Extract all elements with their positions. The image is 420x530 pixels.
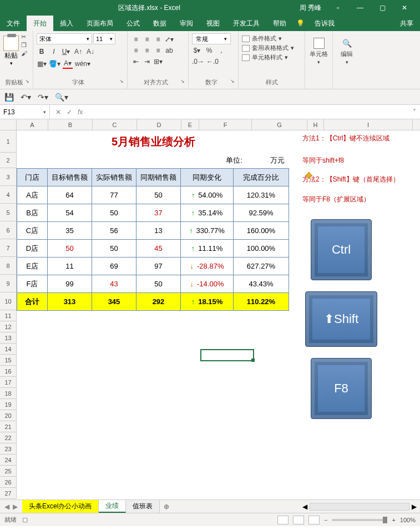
select-all-corner[interactable] bbox=[0, 119, 17, 130]
row-header-8[interactable]: 8 bbox=[0, 257, 16, 275]
increase-indent-button[interactable]: ⇥ bbox=[142, 57, 152, 67]
table-row[interactable]: B店54503735.14%92.59% bbox=[17, 204, 289, 222]
editing-button[interactable]: 🔍编辑▾ bbox=[336, 38, 357, 65]
zoom-level[interactable]: 100% bbox=[400, 517, 416, 523]
macro-record-icon[interactable]: ▢ bbox=[22, 516, 28, 523]
row-header-20[interactable]: 20 bbox=[0, 410, 16, 421]
row-header-9[interactable]: 9 bbox=[0, 275, 16, 292]
row-header-13[interactable]: 13 bbox=[0, 332, 16, 344]
table-cell[interactable]: 69 bbox=[92, 258, 136, 275]
row-header-11[interactable]: 11 bbox=[0, 310, 16, 321]
row-header-10[interactable]: 10 bbox=[0, 292, 16, 310]
expand-formula-bar-icon[interactable]: ˅ bbox=[409, 108, 420, 116]
align-middle-button[interactable]: ≡ bbox=[142, 34, 152, 44]
table-row[interactable]: D店50504511.11%100.00% bbox=[17, 240, 289, 258]
share-button[interactable]: 共享 bbox=[393, 16, 420, 31]
table-cell[interactable]: 292 bbox=[136, 293, 181, 311]
cancel-formula-icon[interactable]: ✕ bbox=[55, 108, 61, 116]
number-launcher-icon[interactable]: ↘ bbox=[230, 78, 235, 84]
table-cell[interactable]: 13 bbox=[136, 222, 181, 240]
hscroll-right-icon[interactable]: ▶ bbox=[412, 503, 417, 511]
name-box[interactable]: F13▾ bbox=[0, 105, 50, 119]
tab-insert[interactable]: 插入 bbox=[53, 16, 80, 31]
table-cell[interactable]: -28.87% bbox=[181, 258, 234, 275]
font-color-button[interactable]: A▾ bbox=[63, 59, 73, 69]
table-cell[interactable]: 99 bbox=[48, 275, 92, 293]
row-header-7[interactable]: 7 bbox=[0, 239, 16, 257]
row-header-12[interactable]: 12 bbox=[0, 321, 16, 332]
align-bottom-button[interactable]: ≡ bbox=[153, 34, 163, 44]
table-cell[interactable]: 627.27% bbox=[234, 258, 289, 275]
view-pagelayout-button[interactable] bbox=[293, 516, 304, 524]
decrease-decimal-button[interactable]: ←.0 bbox=[206, 57, 219, 67]
table-cell[interactable]: 160.00% bbox=[234, 222, 289, 240]
align-right-button[interactable]: ≡ bbox=[153, 46, 163, 55]
decrease-indent-button[interactable]: ⇤ bbox=[131, 57, 141, 67]
zoom-in-button[interactable]: + bbox=[392, 517, 395, 523]
font-name-select[interactable]: 宋体▾ bbox=[37, 33, 92, 44]
cell-styles-button[interactable]: 单元格样式▾ bbox=[242, 53, 301, 62]
table-cell[interactable]: 92.59% bbox=[234, 204, 289, 222]
table-cell[interactable]: 43 bbox=[92, 275, 136, 293]
table-cell[interactable]: 50 bbox=[136, 275, 181, 293]
note-method2[interactable]: 方法2：【Shift】键（首尾选择） bbox=[302, 175, 399, 184]
table-header[interactable]: 门店 bbox=[17, 169, 48, 186]
table-cell[interactable]: 43.43% bbox=[234, 275, 289, 293]
font-size-select[interactable]: 11▾ bbox=[93, 33, 115, 44]
table-cell[interactable]: 11.11% bbox=[181, 240, 234, 258]
user-name[interactable]: 周 秀峰 bbox=[300, 3, 321, 13]
cells-button[interactable]: 单元格▾ bbox=[308, 38, 329, 65]
table-cell[interactable]: 50 bbox=[92, 204, 136, 222]
tab-view[interactable]: 视图 bbox=[200, 16, 226, 31]
row-header-2[interactable]: 2 bbox=[0, 153, 16, 168]
table-header[interactable]: 同期销售额 bbox=[136, 169, 181, 186]
align-left-button[interactable]: ≡ bbox=[131, 46, 141, 55]
table-header[interactable]: 同期变化 bbox=[181, 169, 234, 186]
table-row[interactable]: F店994350-14.00%43.43% bbox=[17, 275, 289, 293]
table-cell[interactable]: 100.00% bbox=[234, 240, 289, 258]
spreadsheet-grid[interactable]: ABCDEFGHI 123456789101112131415161718192… bbox=[0, 119, 420, 499]
row-header-3[interactable]: 3 bbox=[0, 168, 16, 186]
save-button[interactable]: 💾 bbox=[4, 93, 14, 102]
tellme-icon[interactable]: 💡 bbox=[293, 16, 308, 31]
col-header-H[interactable]: H bbox=[307, 119, 324, 130]
table-cell[interactable]: 50 bbox=[136, 186, 181, 204]
align-top-button[interactable]: ≡ bbox=[131, 34, 141, 44]
col-header-E[interactable]: E bbox=[181, 119, 199, 130]
increase-font-button[interactable]: A↑ bbox=[73, 47, 83, 57]
row-header-14[interactable]: 14 bbox=[0, 344, 16, 355]
table-cell[interactable]: 77 bbox=[92, 186, 136, 204]
table-cell[interactable]: A店 bbox=[17, 186, 48, 204]
paste-button[interactable]: 粘贴▾ bbox=[3, 33, 19, 77]
accounting-button[interactable]: $▾ bbox=[192, 46, 202, 55]
col-header-B[interactable]: B bbox=[48, 119, 93, 130]
format-painter-button[interactable]: 🖌 bbox=[21, 50, 27, 57]
row-header-17[interactable]: 17 bbox=[0, 377, 16, 388]
table-cell[interactable]: 313 bbox=[48, 293, 92, 311]
underline-button[interactable]: U▾ bbox=[61, 47, 71, 57]
col-header-F[interactable]: F bbox=[199, 119, 252, 130]
unit-row[interactable]: 单位: 万元 bbox=[17, 153, 290, 168]
table-cell[interactable]: 37 bbox=[136, 204, 181, 222]
row-header-6[interactable]: 6 bbox=[0, 221, 16, 239]
col-header-G[interactable]: G bbox=[252, 119, 307, 130]
note-f8[interactable]: 等同于F8（扩展区域） bbox=[302, 195, 370, 204]
tab-help[interactable]: 帮助 bbox=[266, 16, 293, 31]
cut-button[interactable]: ✂ bbox=[21, 33, 27, 41]
comma-button[interactable]: , bbox=[216, 46, 226, 55]
zoom-out-button[interactable]: − bbox=[324, 517, 327, 523]
note-shiftf8[interactable]: 等同于shift+f8 bbox=[302, 156, 344, 165]
table-cell[interactable]: -14.00% bbox=[181, 275, 234, 293]
hscroll-left-icon[interactable]: ◀ bbox=[302, 503, 307, 511]
sheet-nav-next-icon[interactable]: ▶ bbox=[13, 503, 18, 511]
ribbon-display-options-icon[interactable]: ▫ bbox=[327, 4, 349, 12]
phonetic-button[interactable]: wén▾ bbox=[75, 59, 90, 69]
redo-button[interactable]: ↷▾ bbox=[38, 93, 48, 102]
row-header-5[interactable]: 5 bbox=[0, 204, 16, 221]
row-header-19[interactable]: 19 bbox=[0, 399, 16, 410]
table-sum-row[interactable]: 合计31334529218.15%110.22% bbox=[17, 293, 289, 311]
table-cell[interactable]: 345 bbox=[92, 293, 136, 311]
sheet-title[interactable]: 5月销售业绩分析 bbox=[17, 130, 290, 153]
sheet-nav-prev-icon[interactable]: ◀ bbox=[4, 503, 9, 511]
note-method1[interactable]: 方法1：【Ctrl】键不连续区域 bbox=[302, 134, 389, 143]
